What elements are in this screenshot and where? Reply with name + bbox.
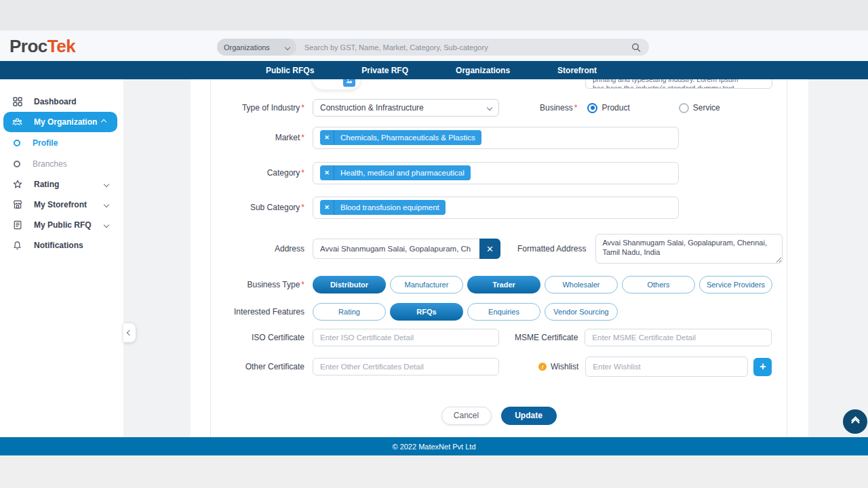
business-type-manufacturer[interactable]: Manufacturer — [390, 276, 463, 293]
business-service-radio[interactable] — [679, 103, 689, 113]
primary-navbar: Public RFQs Private RFQ Organizations St… — [0, 61, 868, 79]
info-icon: i — [538, 363, 547, 371]
dashboard-icon — [12, 97, 22, 107]
required-marker: * — [301, 280, 304, 289]
sidebar-item-label: Dashboard — [34, 97, 77, 106]
business-type-service-providers[interactable]: Service Providers — [699, 276, 772, 293]
app-footer: © 2022 MatexNet Pvt Ltd — [0, 437, 868, 455]
other-certificate-input[interactable] — [313, 358, 499, 375]
address-input[interactable] — [313, 239, 479, 259]
nav-storefront[interactable]: Storefront — [557, 66, 597, 75]
nav-private-rfq[interactable]: Private RFQ — [361, 66, 408, 75]
right-background — [808, 79, 868, 437]
chevron-left-icon — [127, 330, 132, 336]
update-button[interactable]: Update — [501, 407, 557, 425]
sub-category-tag: ✕ Blood transfusion equipment — [320, 200, 446, 215]
sidebar-item-notifications[interactable]: Notifications — [0, 235, 123, 256]
other-certificate-label: Other Certificate — [211, 362, 304, 371]
iso-certificate-input[interactable] — [313, 329, 499, 346]
chevron-down-icon — [104, 182, 109, 187]
market-multiselect[interactable]: ✕ Chemicals, Pharmaceuticals & Plastics — [313, 127, 679, 149]
feature-vendor-sourcing[interactable]: Vendor Sourcing — [545, 303, 618, 321]
business-type-trader[interactable]: Trader — [467, 276, 540, 293]
global-search-bar: Organizations — [217, 39, 649, 56]
clear-address-button[interactable]: ✕ — [479, 239, 500, 259]
business-label: Business* — [540, 103, 577, 113]
cancel-button[interactable]: Cancel — [441, 407, 492, 425]
required-marker: * — [301, 103, 304, 113]
business-type-distributor[interactable]: Distributor — [313, 276, 386, 293]
letterbox-top — [0, 0, 868, 30]
content-area: Dashboard My Organization Profile Branch… — [0, 79, 868, 437]
chevron-down-icon — [285, 44, 290, 49]
search-scope-dropdown[interactable]: Organizations — [217, 39, 296, 56]
remove-tag-icon[interactable]: ✕ — [320, 200, 334, 215]
business-type-others[interactable]: Others — [622, 276, 695, 293]
nav-public-rfqs[interactable]: Public RFQs — [266, 66, 314, 75]
sub-category-label: Sub Category* — [211, 203, 304, 212]
search-input[interactable] — [304, 43, 631, 52]
type-of-industry-value: Construction & Infrastructure — [320, 103, 424, 113]
description-line: has been the industry's standard dummy t… — [593, 84, 765, 89]
chevron-up-icon — [101, 119, 106, 125]
business-product-radio[interactable] — [587, 103, 597, 113]
sidebar-item-dashboard[interactable]: Dashboard — [0, 92, 123, 112]
msme-certificate-input[interactable] — [585, 329, 772, 346]
profile-form-card: printing and typesetting industry. Lorem… — [210, 79, 787, 437]
app-window: ProcTek Organizations 0 1SC Hi 1 Source … — [0, 0, 868, 488]
sidebar-item-branches[interactable]: Branches — [0, 153, 123, 174]
add-wishlist-button[interactable]: + — [753, 358, 772, 376]
sidebar-item-my-storefront[interactable]: My Storefront — [0, 195, 123, 215]
sidebar-subitem-label: Branches — [33, 159, 67, 169]
sidebar-item-my-public-rfq[interactable]: My Public RFQ — [0, 215, 123, 235]
sidebar-item-profile[interactable]: Profile — [0, 132, 123, 153]
search-icon[interactable] — [631, 43, 641, 52]
required-marker: * — [574, 103, 578, 113]
sub-category-multiselect[interactable]: ✕ Blood transfusion equipment — [313, 197, 679, 219]
required-marker: * — [301, 203, 304, 212]
search-field-wrap — [296, 43, 649, 52]
market-tag-label: Chemicals, Pharmaceuticals & Plastics — [334, 134, 481, 142]
remove-tag-icon[interactable]: ✕ — [320, 130, 334, 145]
main-panel: printing and typesetting industry. Lorem… — [191, 79, 868, 437]
nav-organizations[interactable]: Organizations — [456, 66, 510, 75]
document-icon — [12, 220, 22, 230]
plus-icon: + — [760, 361, 766, 373]
chevron-down-icon — [487, 105, 492, 110]
brand-logo[interactable]: ProcTek — [9, 36, 75, 57]
sidebar-item-label: My Organization — [34, 117, 97, 127]
iso-certificate-label: ISO Certificate — [211, 333, 304, 342]
sub-category-tag-label: Blood transfusion equipment — [334, 203, 446, 211]
letterbox-bottom — [0, 455, 868, 488]
category-tag-label: Health, medical and pharmaceutical — [334, 169, 471, 177]
business-type-wholesaler[interactable]: Wholesaler — [545, 276, 618, 293]
required-marker: * — [301, 133, 304, 142]
feature-enquiries[interactable]: Enquiries — [467, 303, 540, 321]
sidebar-collapse-button[interactable] — [123, 323, 136, 342]
remove-tag-icon[interactable]: ✕ — [320, 165, 334, 180]
market-tag: ✕ Chemicals, Pharmaceuticals & Plastics — [320, 130, 481, 145]
feature-rfqs[interactable]: RFQs — [390, 303, 463, 321]
type-of-industry-select[interactable]: Construction & Infrastructure — [313, 99, 499, 117]
business-type-label: Business Type* — [211, 280, 304, 289]
msme-certificate-label: MSME Certificate — [515, 333, 578, 342]
feature-rating[interactable]: Rating — [313, 303, 386, 321]
category-multiselect[interactable]: ✕ Health, medical and pharmaceutical — [313, 162, 679, 184]
sidebar-gutter — [123, 79, 191, 437]
sidebar-item-label: My Public RFQ — [34, 220, 92, 230]
sidebar-item-my-organization[interactable]: My Organization — [3, 112, 117, 132]
sidebar-item-label: Notifications — [34, 241, 83, 250]
storefront-icon — [12, 200, 22, 210]
interested-features-options: Rating RFQs Enquiries Vendor Sourcing — [313, 303, 622, 321]
category-tag: ✕ Health, medical and pharmaceutical — [320, 165, 471, 180]
radio-circle-icon — [14, 161, 20, 167]
brand-logo-primary: Proc — [9, 36, 47, 56]
business-service-label: Service — [693, 103, 720, 113]
wishlist-input[interactable] — [585, 357, 748, 377]
required-marker: * — [301, 168, 304, 178]
sidebar-item-rating[interactable]: Rating — [0, 174, 123, 195]
formatted-address-textarea[interactable]: Avvai Shanmugam Salai, Gopalapuram, Chen… — [595, 234, 783, 264]
organization-icon — [12, 117, 22, 127]
scroll-to-top-button[interactable] — [843, 409, 867, 434]
bell-icon — [12, 241, 22, 251]
